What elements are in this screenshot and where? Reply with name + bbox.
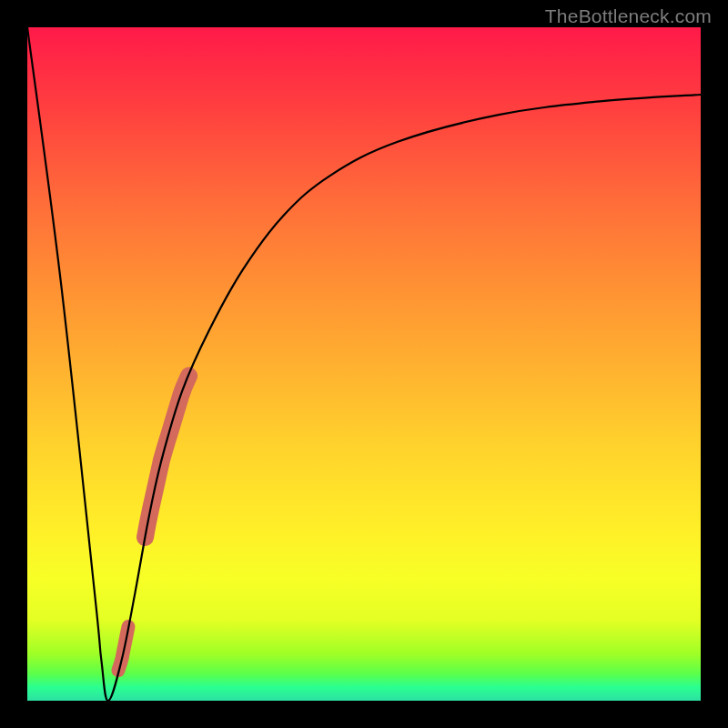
chart-frame: TheBottleneck.com (0, 0, 728, 728)
bottleneck-curve-path (27, 27, 701, 701)
attribution-label: TheBottleneck.com (545, 5, 712, 27)
curve-layer (27, 27, 701, 701)
plot-area (27, 27, 701, 701)
highlight-rising (146, 376, 189, 538)
